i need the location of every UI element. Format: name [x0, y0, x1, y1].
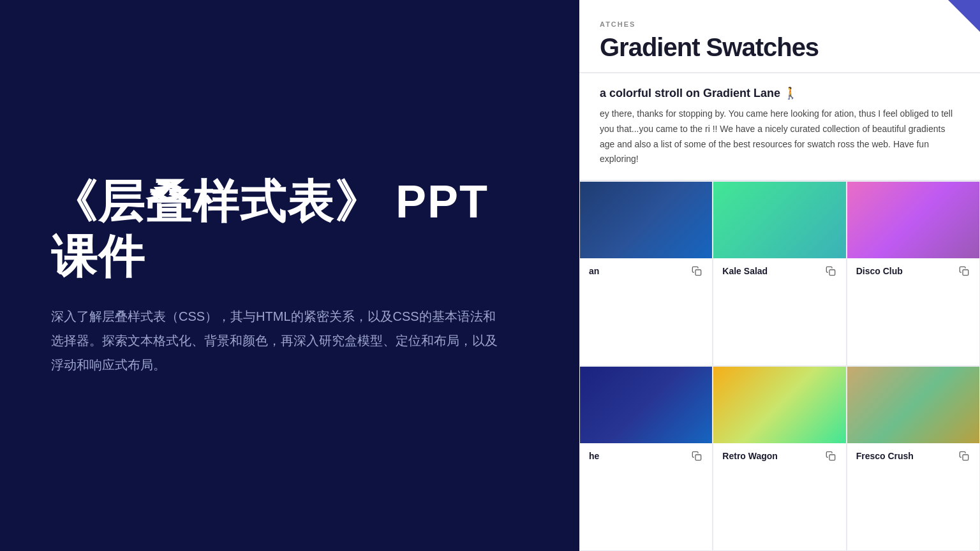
copy-button-disco-club[interactable]	[958, 265, 970, 277]
description-section: a colorful stroll on Gradient Lane 🚶 ey …	[579, 73, 980, 181]
copy-button-retro-wagon[interactable]	[824, 450, 837, 462]
swatch-footer-ocean-blue: an	[580, 258, 712, 284]
swatch-footer-retro-wagon: Retro Wagon	[713, 443, 845, 469]
svg-rect-4	[829, 455, 835, 460]
swatch-card-disco-club: Disco Club	[847, 181, 980, 366]
triangle-decoration	[948, 0, 980, 32]
swatch-name-disco-club: Disco Club	[856, 266, 903, 276]
main-title: 《层叠样式表》 PPT课件	[51, 174, 528, 284]
swatch-card-retro-wagon: Retro Wagon	[713, 366, 846, 551]
copy-button-something[interactable]	[690, 450, 703, 462]
swatch-color-retro-wagon	[713, 367, 845, 443]
right-header: ATCHES Gradient Swatches	[579, 0, 980, 73]
copy-button-fresco-crush[interactable]	[958, 450, 970, 462]
svg-rect-2	[963, 270, 969, 276]
swatch-name-kale-salad: Kale Salad	[722, 266, 768, 276]
swatch-card-fresco-crush: Fresco Crush	[847, 366, 980, 551]
swatch-footer-something: he	[580, 443, 712, 469]
swatch-card-kale-salad: Kale Salad	[713, 181, 846, 366]
swatch-name-retro-wagon: Retro Wagon	[722, 451, 778, 461]
swatch-card-something: he	[579, 366, 713, 551]
left-panel: 《层叠样式表》 PPT课件 深入了解层叠样式表（CSS），其与HTML的紧密关系…	[0, 0, 579, 551]
copy-button-ocean-blue[interactable]	[690, 265, 703, 277]
svg-rect-0	[695, 270, 701, 276]
svg-rect-1	[829, 270, 835, 276]
swatch-color-fresco-crush	[847, 367, 979, 443]
swatch-name-ocean-blue: an	[589, 266, 599, 276]
swatches-grid: an Kale Salad Disco Club he Retro Wagon …	[579, 181, 980, 551]
swatch-color-something	[580, 367, 712, 443]
swatch-color-disco-club	[847, 182, 979, 258]
swatch-name-fresco-crush: Fresco Crush	[856, 451, 914, 461]
swatch-color-ocean-blue	[580, 182, 712, 258]
breadcrumb: ATCHES	[600, 20, 960, 28]
swatch-card-ocean-blue: an	[579, 181, 713, 366]
page-title: Gradient Swatches	[600, 33, 960, 62]
svg-rect-5	[963, 455, 969, 460]
stroll-body: ey there, thanks for stopping by. You ca…	[600, 107, 960, 167]
svg-rect-3	[695, 455, 701, 460]
swatch-footer-fresco-crush: Fresco Crush	[847, 443, 979, 469]
swatch-name-something: he	[589, 451, 599, 461]
swatch-footer-disco-club: Disco Club	[847, 258, 979, 284]
stroll-title: a colorful stroll on Gradient Lane 🚶	[600, 86, 960, 100]
right-panel: ATCHES Gradient Swatches a colorful stro…	[579, 0, 980, 551]
copy-button-kale-salad[interactable]	[824, 265, 837, 277]
swatch-color-kale-salad	[713, 182, 845, 258]
subtitle-text: 深入了解层叠样式表（CSS），其与HTML的紧密关系，以及CSS的基本语法和选择…	[51, 304, 498, 377]
swatch-footer-kale-salad: Kale Salad	[713, 258, 845, 284]
